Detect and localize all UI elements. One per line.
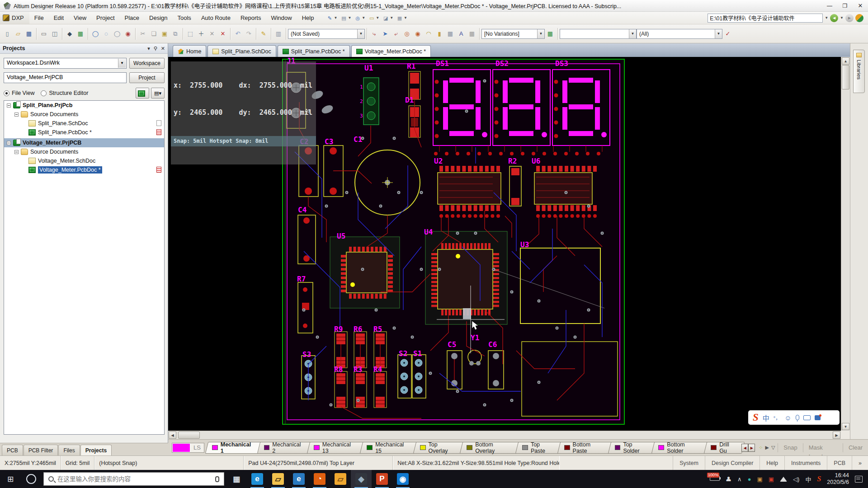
search-input[interactable] [57,476,212,483]
dropdown-icon[interactable]: ▼ [334,16,337,20]
panel-button-pcb[interactable]: PCB [827,456,852,470]
array-icon[interactable]: ▦ [445,29,455,39]
plane-icon[interactable]: ◪▼ [381,14,394,22]
zoom-pointer-icon[interactable]: ◯ [112,29,122,39]
variant-icon[interactable]: ▦ [545,29,555,39]
panel-tab-files[interactable]: Files [58,445,80,455]
scroll-down-icon[interactable]: ▼ [842,423,849,430]
tree-item-split-plane-prjpcb[interactable]: Split_Plane.PrjPcb [4,101,164,110]
dropdown-icon[interactable]: ▼ [362,16,365,20]
workspace-combo-dropdown-icon[interactable]: ▼ [118,59,126,68]
project-button[interactable]: Project [129,72,165,83]
document-browser-icon[interactable]: ▦ [75,29,85,39]
expand-icon[interactable] [14,113,19,117]
cross-probe-icon[interactable]: ✎▼ [325,14,338,22]
scroll-up-icon[interactable]: ▲ [842,57,849,65]
search-mic-icon[interactable] [215,476,219,482]
layer-pair-icon[interactable]: ⁘ [759,445,763,450]
save-icon[interactable]: ▦ [24,29,34,39]
new-document-icon[interactable]: ▯ [2,29,12,39]
zoom-area-icon[interactable]: ◌ [101,29,111,39]
layer-sets-icon[interactable]: ▤▼ [339,14,352,22]
layer-tab-bottom-solder[interactable]: Bottom Solder [653,442,708,454]
path-dropdown-icon[interactable]: ▼ [825,16,828,20]
menu-item-tools[interactable]: Tools [173,13,196,23]
pcb-3d-icon[interactable]: ◆ [65,29,75,39]
expand-icon[interactable] [7,141,11,145]
task-view-button[interactable]: ▦ [226,470,247,488]
measure-icon[interactable]: ▭▼ [367,14,380,22]
panel-menu-icon[interactable]: ▾ [147,46,150,52]
structure-editor-radio[interactable]: Structure Editor [41,90,88,96]
panel-button-help[interactable]: Help [760,456,784,470]
minimize-button[interactable]: — [822,0,837,11]
horizontal-scroll-thumb[interactable] [178,432,200,439]
room-icon[interactable]: ▦ [467,29,477,39]
ime-toolbar[interactable]: S 中 °， ☺ [748,410,840,425]
mask-level-button[interactable]: Mask Level [803,443,843,452]
variations-combo-dropdown-icon[interactable]: ▼ [537,29,544,38]
doc-tab-home[interactable]: Home [173,45,206,57]
cursor-icon[interactable]: ➤ [380,29,390,39]
workspace-combo[interactable]: Workspace1.DsnWrk▼ [4,58,127,69]
project-field[interactable]: Voltage_Meter.PrjPCB [4,72,127,83]
variations-combo[interactable]: [No Variations]▼ [481,29,545,39]
punctuation-icon[interactable]: °， [774,414,780,421]
documents-folder-button[interactable]: ▱ [330,470,351,488]
libraries-panel-tab[interactable]: Libraries [853,50,865,93]
panel-tab-pcb[interactable]: PCB [2,445,23,455]
cut-icon[interactable]: ✂ [138,29,148,39]
snap-button[interactable]: Snap [778,443,802,452]
horizontal-scrollbar[interactable]: ◀ ▶ [168,431,841,439]
ime-indicator[interactable]: 中 [805,475,811,483]
sogou-tray-icon[interactable]: S [817,475,821,483]
print-icon[interactable]: ▭ [39,29,49,39]
clear-selection-icon[interactable]: ✕ [207,29,217,39]
layer-tab-top-solder[interactable]: Top Solder [609,442,656,454]
dropdown-icon[interactable]: ▼ [348,16,351,20]
layer-tab-mechanical-15[interactable]: Mechanical 15 [361,442,416,454]
file-view-radio[interactable]: File View [4,90,34,96]
tree-item-voltage-meter-schdoc[interactable]: Voltage_Meter.SchDoc [4,156,164,165]
menu-item-window[interactable]: Window [266,13,297,23]
cortana-button[interactable] [21,470,42,488]
filter-combo-dropdown-icon[interactable]: ▼ [629,29,636,38]
zoom-in-icon[interactable]: ◯ [90,29,100,39]
interactive-wiring-icon[interactable]: ✎ [259,29,269,39]
path-combo[interactable]: E:\01教学材料\《电子设计辅助软件 [708,14,823,23]
doc-tab-split-plane-schdoc[interactable]: Split_Plane.SchDoc [208,45,276,57]
cancel-icon[interactable]: ✕ [218,29,228,39]
select-region-icon[interactable]: ⬚ [185,29,195,39]
emoji-icon[interactable]: ☺ [784,414,791,422]
apply-filter-icon[interactable]: ✓ [723,29,733,39]
taskbar-search[interactable] [43,472,224,486]
scroll-left-icon[interactable]: ◀ [169,432,176,439]
tree-item-split-plane-schdoc[interactable]: Split_Plane.SchDoc [4,119,164,128]
grid-icon[interactable]: ▦▼ [395,14,408,22]
filter-combo[interactable]: ▼ [560,29,637,39]
internet-explorer-button[interactable]: e [288,470,309,488]
menu-item-edit[interactable]: Edit [49,13,69,23]
clear-button[interactable]: Clear [843,443,868,452]
layer-tab-bottom-paste[interactable]: Bottom Paste [559,442,612,454]
workspace-button[interactable]: Workspace [129,58,165,69]
menu-item-project[interactable]: Project [91,13,119,23]
layer-tab-bottom-overlay[interactable]: Bottom Overlay [461,442,519,454]
doc-tab-voltage-meter-pcbdoc-[interactable]: Voltage_Meter.PcbDoc * [351,45,431,57]
forward-icon[interactable]: ► [845,14,854,22]
expand-icon[interactable] [14,150,19,154]
back-dropdown-icon[interactable]: ▼ [840,16,844,20]
menu-item-design[interactable]: Design [144,13,172,23]
powerpoint-button[interactable]: P [372,470,392,488]
battery-indicator[interactable]: 100% [710,476,720,482]
start-button[interactable]: ⊞ [0,470,21,488]
pad-icon[interactable]: ◉ [413,29,423,39]
print-preview-icon[interactable]: ◫ [50,29,60,39]
app-tray-icon[interactable]: ● [748,476,751,483]
filter-funnel-icon[interactable]: ▽ [771,445,775,450]
play-icon[interactable]: ▶ [765,445,769,450]
dropdown-icon[interactable]: ▼ [404,16,407,20]
redo-icon[interactable]: ↷ [244,29,254,39]
fill-icon[interactable]: ▮ [434,29,444,39]
paste-array-icon[interactable]: ⧉ [170,29,180,39]
